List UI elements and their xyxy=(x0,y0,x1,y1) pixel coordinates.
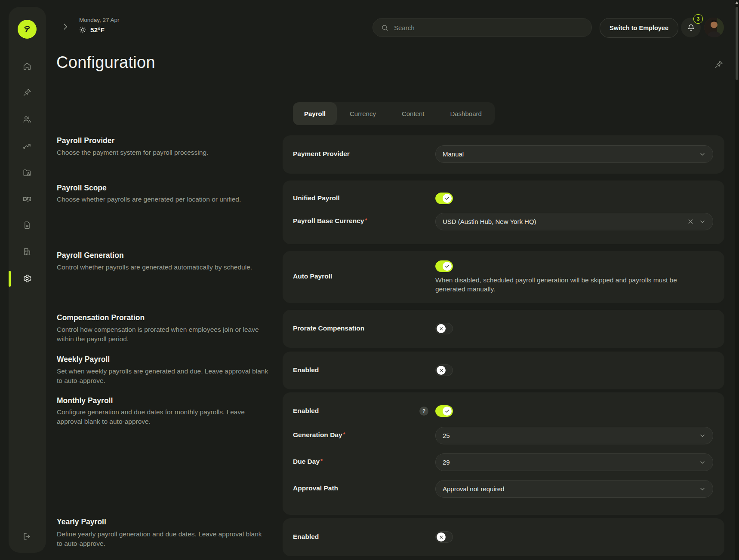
chevron-down-icon xyxy=(699,151,706,158)
payment-provider-select[interactable]: Manual xyxy=(435,145,713,163)
check-icon xyxy=(445,264,450,269)
yearly-enabled-toggle[interactable] xyxy=(435,531,453,543)
config-tabs: Payroll Currency Content Dashboard xyxy=(293,102,495,125)
auto-payroll-toggle[interactable] xyxy=(435,260,453,272)
monthly-enabled-toggle[interactable] xyxy=(435,405,453,417)
due-day-label: Due Day xyxy=(293,458,323,465)
help-icon[interactable]: ? xyxy=(419,407,428,416)
sidebar xyxy=(9,7,46,553)
scrollbar-thumb[interactable] xyxy=(736,7,738,80)
clear-x-icon[interactable] xyxy=(687,218,694,225)
sidebar-item-documents[interactable] xyxy=(19,217,35,233)
tab-currency[interactable]: Currency xyxy=(337,102,389,125)
section-desc-payroll-provider: Choose the payment system for payroll pr… xyxy=(57,148,274,157)
employee-folder-icon xyxy=(22,168,32,177)
chevron-down-icon xyxy=(699,486,706,493)
section-title-monthly-payroll: Monthly Payroll xyxy=(57,396,113,405)
scrollbar-track[interactable] xyxy=(735,0,739,560)
tab-payroll[interactable]: Payroll xyxy=(293,102,337,125)
section-title-payroll-provider: Payroll Provider xyxy=(57,136,114,145)
weekly-enabled-toggle[interactable] xyxy=(435,364,453,376)
x-icon xyxy=(439,368,443,373)
toggle-knob xyxy=(437,366,446,375)
approval-path-select[interactable]: Approval not required xyxy=(435,480,713,498)
pin-page-button[interactable] xyxy=(714,60,724,69)
section-desc-payroll-generation: Control whether payrolls are generated a… xyxy=(57,263,274,272)
prorate-compensation-toggle[interactable] xyxy=(435,323,453,334)
section-desc-weekly-payroll: Set when weekly payrolls are generated a… xyxy=(57,367,274,386)
toggle-knob xyxy=(437,532,446,542)
check-icon xyxy=(445,409,450,413)
sidebar-expand-button[interactable] xyxy=(60,21,71,32)
toggle-knob xyxy=(443,262,452,271)
active-nav-indicator xyxy=(9,271,11,287)
section-title-payroll-generation: Payroll Generation xyxy=(57,251,124,260)
sidebar-item-people[interactable] xyxy=(19,112,35,127)
section-desc-compensation-proration: Control how compensation is prorated whe… xyxy=(57,325,270,344)
auto-payroll-help-text: When disabled, scheduled payroll generat… xyxy=(435,275,689,294)
logout-button[interactable] xyxy=(19,529,35,544)
header-date: Monday, 27 Apr xyxy=(79,17,120,23)
search-input[interactable] xyxy=(393,24,584,32)
user-avatar[interactable] xyxy=(704,18,724,37)
brand-logo[interactable] xyxy=(18,20,37,39)
x-icon xyxy=(439,327,443,331)
card-weekly-payroll xyxy=(283,352,724,389)
avatar-photo xyxy=(704,18,724,37)
bell-icon xyxy=(687,23,696,32)
pin-icon xyxy=(22,88,32,97)
trending-icon xyxy=(22,141,32,150)
search-icon xyxy=(381,24,389,32)
approval-path-value: Approval not required xyxy=(443,485,504,493)
section-title-compensation-proration: Compensation Proration xyxy=(57,313,145,322)
sidebar-item-payroll[interactable] xyxy=(19,191,35,207)
tab-dashboard[interactable]: Dashboard xyxy=(437,102,494,125)
switch-to-employee-button[interactable]: Switch to Employee xyxy=(600,18,678,38)
payroll-base-currency-value: USD (Austin Hub, New York HQ) xyxy=(443,218,536,225)
due-day-select[interactable]: 29 xyxy=(435,453,713,471)
section-title-yearly-payroll: Yearly Payroll xyxy=(57,517,106,526)
brand-logo-icon xyxy=(21,23,33,35)
monthly-enabled-label: Enabled xyxy=(293,407,319,415)
chevron-down-icon xyxy=(699,218,706,225)
weather-widget: 52°F xyxy=(79,26,105,34)
scrollbar-up-arrow[interactable] xyxy=(735,1,739,4)
x-icon xyxy=(439,535,443,539)
sidebar-item-pinned[interactable] xyxy=(19,85,35,100)
sidebar-item-company[interactable] xyxy=(19,244,35,260)
card-payroll-scope xyxy=(283,181,724,244)
sidebar-item-home[interactable] xyxy=(19,58,35,74)
toggle-knob xyxy=(443,407,452,416)
sun-icon xyxy=(79,26,87,34)
payment-provider-label: Payment Provider xyxy=(293,150,350,158)
section-desc-monthly-payroll: Configure generation and due dates for m… xyxy=(57,407,255,426)
sidebar-item-settings[interactable] xyxy=(19,271,35,286)
tab-content[interactable]: Content xyxy=(389,102,437,125)
sidebar-item-employee-records[interactable] xyxy=(19,165,35,181)
sidebar-item-performance[interactable] xyxy=(19,138,35,153)
section-desc-yearly-payroll: Define yearly payroll generation and due… xyxy=(57,529,263,548)
toggle-knob xyxy=(437,324,446,333)
gear-icon xyxy=(22,274,32,283)
payroll-money-icon xyxy=(22,194,32,204)
due-day-value: 29 xyxy=(443,459,450,466)
yearly-enabled-label: Enabled xyxy=(293,533,319,541)
card-yearly-payroll xyxy=(283,518,724,556)
pushpin-icon xyxy=(714,60,724,69)
payroll-base-currency-select[interactable]: USD (Austin Hub, New York HQ) xyxy=(435,213,713,230)
search-bar xyxy=(373,18,592,37)
weekly-enabled-label: Enabled xyxy=(293,366,319,374)
section-title-payroll-scope: Payroll Scope xyxy=(57,184,107,193)
generation-day-select[interactable]: 25 xyxy=(435,427,713,444)
document-icon xyxy=(22,220,32,230)
payment-provider-value: Manual xyxy=(443,150,464,158)
generation-day-value: 25 xyxy=(443,432,450,439)
toggle-knob xyxy=(443,194,452,203)
chevron-down-icon xyxy=(699,432,706,439)
section-desc-payroll-scope: Choose whether payrolls are generated pe… xyxy=(57,195,274,204)
unified-payroll-toggle[interactable] xyxy=(435,193,453,204)
check-icon xyxy=(445,196,450,201)
temperature-value: 52°F xyxy=(90,26,105,34)
chevron-right-icon xyxy=(61,22,70,31)
chevron-down-icon xyxy=(699,459,706,466)
